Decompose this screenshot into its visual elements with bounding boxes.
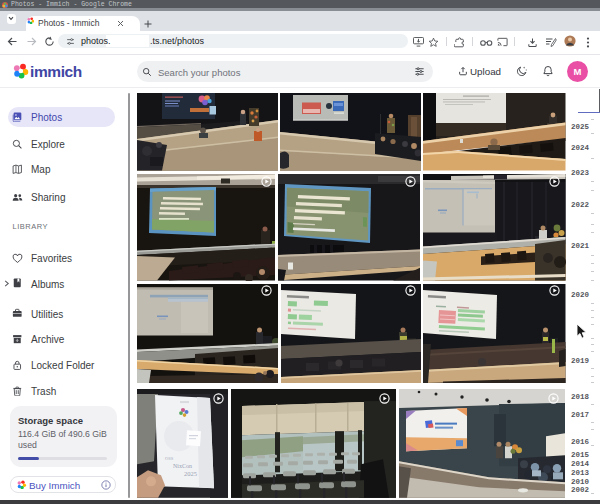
svg-text:2025: 2025 <box>184 470 197 477</box>
svg-text:OSS: OSS <box>165 456 174 461</box>
svg-text:NixCon: NixCon <box>173 463 192 469</box>
